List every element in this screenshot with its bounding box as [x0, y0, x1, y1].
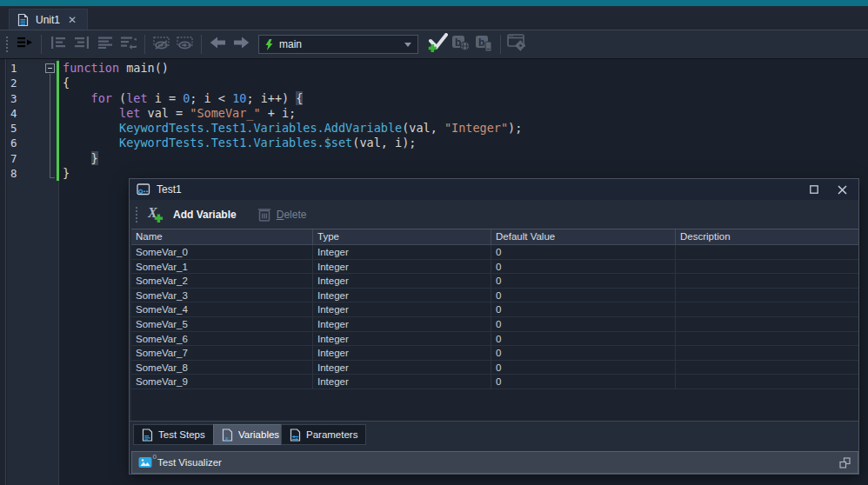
- line-number: 3: [10, 91, 17, 106]
- format-lines-button[interactable]: [93, 33, 117, 56]
- table-cell[interactable]: [676, 289, 858, 303]
- table-cell[interactable]: Integer: [313, 260, 491, 275]
- table-cell[interactable]: SomeVar_4: [131, 302, 313, 317]
- table-cell[interactable]: 0: [491, 260, 676, 275]
- tab-test-steps[interactable]: Test Steps: [133, 424, 214, 445]
- test1-panel-title: Test1: [157, 183, 182, 196]
- code-line: let val = "SomeVar_" + i;: [63, 106, 868, 121]
- table-row[interactable]: SomeVar_3Integer0: [131, 289, 858, 303]
- table-cell[interactable]: 0: [491, 302, 676, 317]
- parameters-icon: [290, 429, 301, 442]
- table-cell[interactable]: Integer: [313, 245, 491, 260]
- table-cell[interactable]: 0: [491, 346, 676, 361]
- table-cell[interactable]: [676, 245, 858, 260]
- line-number: 1: [10, 61, 17, 76]
- table-cell[interactable]: Integer: [313, 317, 491, 332]
- column-header-description[interactable]: Description: [676, 229, 858, 245]
- table-cell[interactable]: [676, 375, 858, 389]
- column-header-default-value[interactable]: Default Value: [491, 229, 676, 245]
- table-cell[interactable]: Integer: [313, 302, 491, 317]
- table-cell[interactable]: [676, 274, 858, 289]
- table-cell[interactable]: Integer: [313, 289, 491, 303]
- table-cell[interactable]: SomeVar_0: [131, 245, 313, 260]
- table-cell[interactable]: 0: [491, 289, 676, 303]
- column-header-type[interactable]: Type: [313, 229, 491, 245]
- show-whitespace-button[interactable]: [173, 33, 197, 56]
- undo-format-button[interactable]: [117, 33, 140, 56]
- table-cell[interactable]: 0: [491, 332, 676, 347]
- run-test-button[interactable]: [425, 33, 449, 56]
- document-tabbar: Unit1 ✕: [0, 6, 868, 30]
- add-variable-button[interactable]: X Add Variable: [143, 203, 244, 226]
- maximize-button[interactable]: [801, 179, 827, 200]
- navigate-forward-button[interactable]: [230, 33, 253, 56]
- table-cell[interactable]: [676, 346, 858, 361]
- tab-close-icon[interactable]: ✕: [66, 14, 78, 26]
- table-row[interactable]: SomeVar_1Integer0: [131, 260, 858, 275]
- line-number: 5: [10, 121, 17, 136]
- table-row[interactable]: SomeVar_2Integer0: [131, 274, 858, 289]
- hide-whitespace-button[interactable]: [150, 33, 173, 56]
- line-number: 7: [10, 151, 17, 166]
- table-cell[interactable]: 0: [491, 375, 676, 389]
- browser-run-button[interactable]: b: [449, 33, 472, 56]
- table-cell[interactable]: SomeVar_9: [131, 375, 313, 389]
- toolbar-separator: [500, 35, 501, 54]
- table-cell[interactable]: 0: [491, 245, 676, 260]
- table-row[interactable]: SomeVar_8Integer0: [131, 361, 858, 375]
- table-cell[interactable]: SomeVar_7: [131, 346, 313, 361]
- table-cell[interactable]: SomeVar_3: [131, 289, 313, 303]
- column-header-name[interactable]: Name: [131, 229, 313, 245]
- table-cell[interactable]: SomeVar_2: [131, 274, 313, 289]
- table-row[interactable]: SomeVar_4Integer0: [131, 302, 858, 317]
- table-row[interactable]: SomeVar_5Integer0: [131, 317, 858, 332]
- delete-button[interactable]: Delete: [254, 204, 314, 224]
- outdent-button[interactable]: [46, 33, 70, 56]
- table-cell[interactable]: SomeVar_1: [131, 260, 313, 275]
- table-cell[interactable]: [676, 260, 858, 275]
- table-row[interactable]: SomeVar_9Integer0: [131, 375, 858, 389]
- close-button[interactable]: [829, 179, 855, 200]
- toolbar-separator: [41, 35, 42, 54]
- test1-panel-titlebar[interactable]: Test1: [130, 179, 858, 200]
- table-row[interactable]: SomeVar_0Integer0: [131, 245, 858, 260]
- tab-unit1[interactable]: Unit1 ✕: [9, 9, 88, 30]
- run-scope-combobox[interactable]: main: [258, 35, 418, 54]
- undo-format-icon: [121, 37, 137, 53]
- table-cell[interactable]: Integer: [313, 375, 491, 389]
- table-cell[interactable]: SomeVar_8: [131, 361, 313, 375]
- table-cell[interactable]: [676, 302, 858, 317]
- visualizer-count-badge: 0: [153, 453, 157, 461]
- table-cell[interactable]: Integer: [313, 346, 491, 361]
- chevron-down-icon[interactable]: [404, 43, 411, 47]
- table-cell[interactable]: [676, 332, 858, 347]
- table-row[interactable]: SomeVar_7Integer0: [131, 346, 858, 361]
- modified-lines-bar: [57, 61, 59, 181]
- mobile-run-button[interactable]: b: [472, 33, 496, 56]
- table-cell[interactable]: 0: [491, 361, 676, 375]
- tab-variables[interactable]: xVariables: [213, 424, 288, 445]
- table-row[interactable]: SomeVar_6Integer0: [131, 332, 858, 347]
- table-cell[interactable]: SomeVar_5: [131, 317, 313, 332]
- code-fold-toggle[interactable]: [45, 63, 55, 73]
- table-cell[interactable]: Integer: [313, 361, 491, 375]
- code-text[interactable]: function main(){ for (let i = 0; i < 10;…: [63, 61, 868, 181]
- run-scope-value: main: [279, 38, 398, 50]
- format-run-button[interactable]: [13, 33, 37, 56]
- table-cell[interactable]: 0: [491, 274, 676, 289]
- navigate-back-button[interactable]: [206, 33, 230, 56]
- table-cell[interactable]: Integer: [313, 274, 491, 289]
- tab-label: Variables: [238, 429, 279, 440]
- toolbar-grip[interactable]: [6, 37, 8, 52]
- table-cell[interactable]: 0: [491, 317, 676, 332]
- desktop-settings-button[interactable]: [505, 33, 529, 56]
- float-panel-icon[interactable]: [839, 456, 851, 472]
- test-visualizer-bar[interactable]: 0 Test Visualizer: [131, 451, 858, 474]
- table-cell[interactable]: [676, 317, 858, 332]
- table-cell[interactable]: [676, 361, 858, 375]
- panel-toolbar-grip[interactable]: [136, 207, 137, 223]
- tab-parameters[interactable]: Parameters: [281, 424, 366, 445]
- table-cell[interactable]: SomeVar_6: [131, 332, 313, 347]
- indent-button[interactable]: [70, 33, 93, 56]
- table-cell[interactable]: Integer: [313, 332, 491, 347]
